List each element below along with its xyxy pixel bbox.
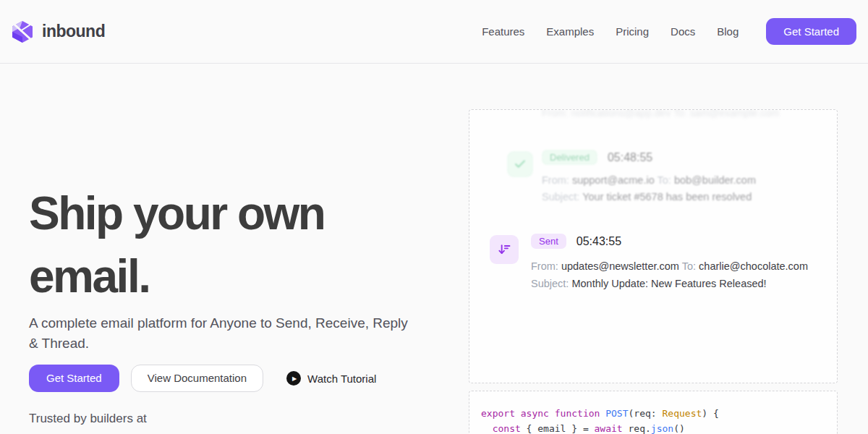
event-from-to: From: support@acme.io To: bob@builder.co…: [542, 174, 828, 186]
watch-tutorial-label: Watch Tutorial: [307, 373, 376, 385]
hero-title-line2: email.: [29, 245, 324, 308]
hero-subtitle-line1: A complete email platform for Anyone to …: [29, 313, 408, 333]
inbound-arrow-icon: [490, 235, 519, 264]
landing-page: inbound Features Examples Pricing Docs B…: [0, 0, 868, 434]
event-time: 05:48:55: [608, 151, 652, 164]
nav-link-pricing[interactable]: Pricing: [616, 25, 649, 38]
event-time: 05:38:55: [608, 326, 652, 339]
email-events-panel: From: notifications@app.dev To: sam@exam…: [469, 109, 838, 383]
nav-get-started-button[interactable]: Get Started: [766, 18, 856, 45]
event-from-to: From: billing@fintech.com To: dana@compa…: [542, 349, 828, 361]
event-subject: Subject: Your ticket #5678 has been reso…: [542, 191, 828, 203]
status-badge: Delivered: [542, 150, 597, 165]
event-subject: Subject: Payment Received - Invoice #987…: [542, 366, 828, 378]
nav-link-examples[interactable]: Examples: [546, 25, 594, 38]
hero-title-line1: Ship your own: [29, 182, 324, 245]
header: inbound Features Examples Pricing Docs B…: [0, 0, 868, 64]
play-icon: ▶: [286, 371, 301, 386]
brand-logo[interactable]: inbound: [10, 20, 105, 44]
event-from-to: From: updates@newsletter.com To: charlie…: [531, 260, 828, 272]
code-snippet-panel: export async function POST(req: Request)…: [469, 391, 838, 434]
hero-title: Ship your own email.: [29, 182, 324, 308]
nav-link-features[interactable]: Features: [482, 25, 524, 38]
status-badge: Delivered: [542, 325, 597, 340]
event-subject: Subject: Monthly Update: New Features Re…: [531, 278, 828, 289]
hero-subtitle: A complete email platform for Anyone to …: [29, 313, 408, 354]
brand-name: inbound: [42, 22, 105, 41]
main-nav: Features Examples Pricing Docs Blog Get …: [482, 18, 856, 45]
hero-actions: Get Started View Documentation ▶ Watch T…: [29, 365, 382, 392]
event-time: 05:43:55: [576, 235, 621, 248]
check-icon: [507, 326, 533, 352]
nav-link-blog[interactable]: Blog: [717, 25, 739, 38]
event-scrolling-out-line: From: notifications@app.dev To: sam@exam…: [542, 109, 802, 119]
status-badge: Sent: [531, 234, 566, 249]
watch-tutorial-button[interactable]: ▶ Watch Tutorial: [281, 365, 382, 392]
nav-link-docs[interactable]: Docs: [671, 25, 695, 38]
view-documentation-button[interactable]: View Documentation: [131, 365, 263, 392]
hero-subtitle-line2: & Thread.: [29, 333, 408, 354]
brand-logo-icon: [10, 20, 35, 44]
trusted-by-text: Trusted by builders at: [29, 412, 147, 426]
code-snippet: export async function POST(req: Request)…: [481, 406, 825, 434]
hero-get-started-button[interactable]: Get Started: [29, 365, 119, 392]
check-icon: [507, 151, 533, 177]
